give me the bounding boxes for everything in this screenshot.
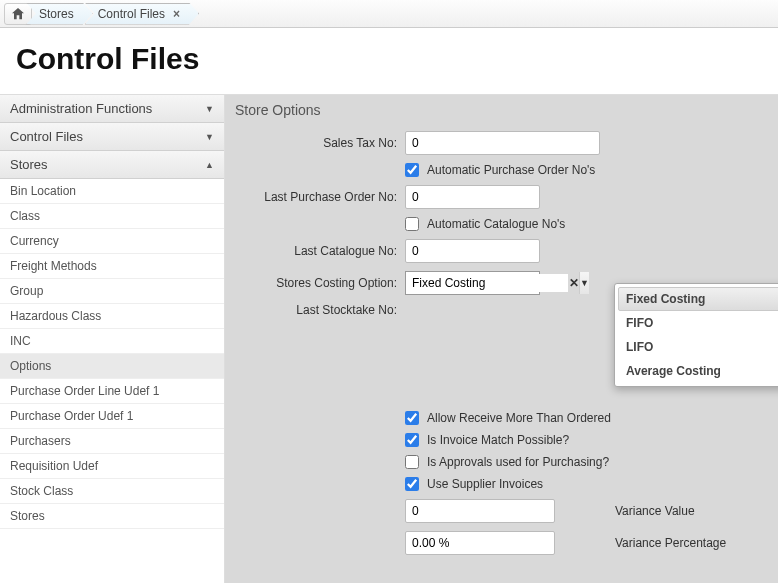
sidebar-item-inc[interactable]: INC (0, 329, 224, 354)
label-approvals-purchasing: Is Approvals used for Purchasing? (427, 455, 609, 469)
input-sales-tax-no[interactable] (405, 131, 600, 155)
sidebar-item-hazardous-class[interactable]: Hazardous Class (0, 304, 224, 329)
breadcrumb-label: Stores (39, 7, 74, 21)
sidebar-item-currency[interactable]: Currency (0, 229, 224, 254)
label-invoice-match: Is Invoice Match Possible? (427, 433, 569, 447)
combo-costing-option[interactable]: ✕ ▼ (405, 271, 540, 295)
chevron-down-icon[interactable]: ▼ (579, 272, 589, 294)
input-variance-pct[interactable] (405, 531, 555, 555)
clear-icon[interactable]: ✕ (568, 276, 579, 290)
label-allow-receive-more: Allow Receive More Than Ordered (427, 411, 611, 425)
sidebar-item-po-udef-1[interactable]: Purchase Order Udef 1 (0, 404, 224, 429)
sidebar-item-group[interactable]: Group (0, 279, 224, 304)
sidebar-item-bin-location[interactable]: Bin Location (0, 179, 224, 204)
checkbox-approvals-purchasing[interactable] (405, 455, 419, 469)
sidebar-item-purchasers[interactable]: Purchasers (0, 429, 224, 454)
home-button[interactable] (4, 3, 32, 25)
accordion-admin-functions[interactable]: Administration Functions ▼ (0, 95, 224, 123)
sidebar: Administration Functions ▼ Control Files… (0, 95, 225, 583)
main-layout: Administration Functions ▼ Control Files… (0, 94, 778, 583)
input-last-po-no[interactable] (405, 185, 540, 209)
sidebar-item-po-line-udef-1[interactable]: Purchase Order Line Udef 1 (0, 379, 224, 404)
costing-option-dropdown: Fixed Costing FIFO LIFO Average Costing (614, 283, 778, 387)
label-variance-value: Variance Value (615, 504, 695, 518)
chevron-up-icon: ▲ (205, 160, 214, 170)
option-fixed-costing[interactable]: Fixed Costing (618, 287, 778, 311)
label-last-stocktake-no: Last Stocktake No: (235, 303, 405, 317)
option-fifo[interactable]: FIFO (618, 311, 778, 335)
accordion-label: Control Files (10, 129, 83, 144)
section-title: Store Options (225, 95, 778, 125)
stores-sublist: Bin Location Class Currency Freight Meth… (0, 179, 224, 529)
label-last-cat-no: Last Catalogue No: (235, 244, 405, 258)
checkbox-invoice-match[interactable] (405, 433, 419, 447)
sidebar-item-class[interactable]: Class (0, 204, 224, 229)
accordion-control-files[interactable]: Control Files ▼ (0, 123, 224, 151)
option-average-costing[interactable]: Average Costing (618, 359, 778, 383)
checkbox-auto-cat-no[interactable] (405, 217, 419, 231)
label-costing-option: Stores Costing Option: (235, 276, 405, 290)
combo-costing-input[interactable] (406, 274, 568, 292)
home-icon (10, 6, 26, 22)
label-last-po-no: Last Purchase Order No: (235, 190, 405, 204)
breadcrumb-control-files[interactable]: Control Files × (85, 3, 199, 25)
chevron-down-icon: ▼ (205, 104, 214, 114)
label-variance-pct: Variance Percentage (615, 536, 726, 550)
sidebar-item-stores[interactable]: Stores (0, 504, 224, 529)
chevron-down-icon: ▼ (205, 132, 214, 142)
checkbox-allow-receive-more[interactable] (405, 411, 419, 425)
accordion-stores[interactable]: Stores ▲ (0, 151, 224, 179)
label-sales-tax-no: Sales Tax No: (235, 136, 405, 150)
label-use-supplier-invoices: Use Supplier Invoices (427, 477, 543, 491)
page-title: Control Files (0, 28, 778, 94)
checkbox-auto-po-no[interactable] (405, 163, 419, 177)
breadcrumb-bar: Stores Control Files × (0, 0, 778, 28)
checkbox-use-supplier-invoices[interactable] (405, 477, 419, 491)
option-lifo[interactable]: LIFO (618, 335, 778, 359)
accordion-label: Stores (10, 157, 48, 172)
input-variance-value[interactable] (405, 499, 555, 523)
sidebar-item-freight-methods[interactable]: Freight Methods (0, 254, 224, 279)
close-icon[interactable]: × (173, 7, 180, 21)
breadcrumb-stores[interactable]: Stores (26, 3, 93, 25)
label-auto-cat-no: Automatic Catalogue No's (427, 217, 565, 231)
label-auto-po-no: Automatic Purchase Order No's (427, 163, 595, 177)
breadcrumb-label: Control Files (98, 7, 165, 21)
sidebar-item-stock-class[interactable]: Stock Class (0, 479, 224, 504)
accordion-label: Administration Functions (10, 101, 152, 116)
sidebar-item-requisition-udef[interactable]: Requisition Udef (0, 454, 224, 479)
input-last-cat-no[interactable] (405, 239, 540, 263)
sidebar-item-options[interactable]: Options (0, 354, 224, 379)
main-panel: Store Options Sales Tax No: Automatic Pu… (225, 95, 778, 583)
